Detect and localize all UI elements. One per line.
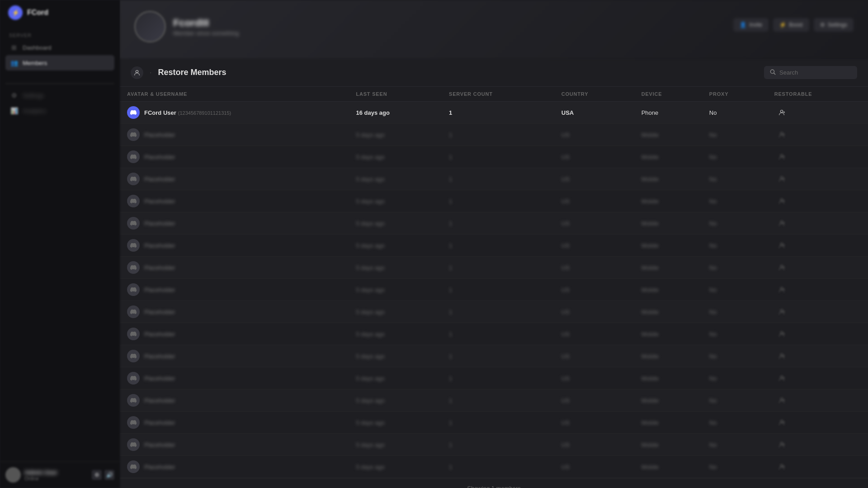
table-row: Placeholder5 days ago1USMobileNo xyxy=(120,389,868,412)
last-seen: 5 days ago xyxy=(349,212,442,235)
svg-point-51 xyxy=(780,465,783,467)
last-seen: 5 days ago xyxy=(349,235,442,257)
server-action-invite[interactable]: 👤 Invite xyxy=(733,18,769,32)
search-input[interactable] xyxy=(779,69,852,76)
restore-button[interactable] xyxy=(774,328,789,339)
table-row: Placeholder5 days ago1USMobileNo xyxy=(120,279,868,301)
sidebar-item-members[interactable]: 👥 Members xyxy=(5,55,114,70)
restore-button[interactable] xyxy=(774,174,789,184)
user-cell-inner: Placeholder xyxy=(127,217,341,230)
last-seen: 5 days ago xyxy=(349,434,442,456)
proxy: No xyxy=(702,367,767,389)
svg-point-6 xyxy=(780,132,783,135)
server-count: 1 xyxy=(442,235,554,257)
restore-button[interactable] xyxy=(774,262,789,273)
svg-line-2 xyxy=(774,73,775,75)
proxy: No xyxy=(702,434,767,456)
svg-point-12 xyxy=(780,177,783,179)
sidebar-item-label: Members xyxy=(23,60,47,66)
restore-button[interactable] xyxy=(774,218,789,229)
proxy: No xyxy=(702,190,767,212)
avatar xyxy=(127,283,140,296)
table-row: Placeholder5 days ago1USMobileNo xyxy=(120,345,868,367)
restore-button[interactable] xyxy=(774,461,789,472)
server-count: 1 xyxy=(442,389,554,412)
device: Mobile xyxy=(634,389,702,412)
sidebar-item-dashboard[interactable]: ⊞ Dashboard xyxy=(5,40,114,55)
device: Mobile xyxy=(634,301,702,323)
country: US xyxy=(554,367,634,389)
avatar xyxy=(127,328,140,340)
sidebar-item-label: Settings xyxy=(23,92,44,99)
sidebar-item-extra2[interactable]: 📊 Analytics xyxy=(5,103,114,118)
last-seen: 5 days ago xyxy=(349,456,442,478)
bottom-icon-1[interactable]: ⚙ xyxy=(92,470,102,480)
members-table: AVATAR & USERNAME LAST SEEN SERVER COUNT… xyxy=(120,87,868,478)
svg-point-24 xyxy=(780,265,783,267)
user-cell-inner: FCord User(123456789101121315) xyxy=(127,106,341,119)
sidebar-item-extra1[interactable]: ⚙ Settings xyxy=(5,88,114,103)
table-footer: Showing 1 members xyxy=(120,478,868,488)
restore-button[interactable] xyxy=(774,107,789,118)
svg-point-15 xyxy=(780,199,783,201)
device: Mobile xyxy=(634,323,702,345)
country: US xyxy=(554,235,634,257)
col-restorable: RESTORABLE xyxy=(767,87,868,102)
user-cell-inner: Placeholder xyxy=(127,195,341,207)
restore-button[interactable] xyxy=(774,284,789,295)
restore-button[interactable] xyxy=(774,306,789,317)
restore-button[interactable] xyxy=(774,240,789,251)
server-header-content: FcordIII Member since something 👤 Invite… xyxy=(120,0,868,53)
user-cell-inner: Placeholder xyxy=(127,261,341,274)
server-count: 1 xyxy=(442,168,554,190)
server-action-boost[interactable]: ⚡ Boost xyxy=(773,18,809,32)
search-container[interactable] xyxy=(764,66,857,79)
country: US xyxy=(554,323,634,345)
server-count: 1 xyxy=(442,367,554,389)
server-count: 1 xyxy=(442,323,554,345)
sidebar-item-label: Dashboard xyxy=(23,44,52,51)
item-icon: ⚙ xyxy=(10,91,18,99)
user-cell: Placeholder xyxy=(120,212,349,235)
bottom-icon-2[interactable]: 🔊 xyxy=(104,470,114,480)
username: Placeholder xyxy=(144,220,175,227)
svg-point-18 xyxy=(780,221,783,223)
members-icon: 👥 xyxy=(10,59,18,67)
svg-point-3 xyxy=(780,110,783,113)
country: US xyxy=(554,434,634,456)
server-action-settings[interactable]: ⚙ Settings xyxy=(814,18,854,32)
last-seen: 5 days ago xyxy=(349,146,442,168)
username: Placeholder xyxy=(144,441,175,448)
restore-button[interactable] xyxy=(774,196,789,206)
username: Placeholder xyxy=(144,397,175,404)
restore-button[interactable] xyxy=(774,373,789,384)
last-seen: 5 days ago xyxy=(349,323,442,345)
last-seen: 5 days ago xyxy=(349,257,442,279)
restore-button[interactable] xyxy=(774,417,789,428)
restore-button[interactable] xyxy=(774,151,789,162)
table-row: Placeholder5 days ago1USMobileNo xyxy=(120,257,868,279)
country: US xyxy=(554,212,634,235)
last-seen: 16 days ago xyxy=(349,102,442,124)
proxy: No xyxy=(702,102,767,124)
table-row: Placeholder5 days ago1USMobileNo xyxy=(120,434,868,456)
server-count: 1 xyxy=(442,345,554,367)
restore-button[interactable] xyxy=(774,129,789,140)
username: Placeholder xyxy=(144,419,175,426)
restorable-cell xyxy=(767,323,868,345)
svg-point-30 xyxy=(780,310,783,312)
restore-button[interactable] xyxy=(774,439,789,450)
restore-button[interactable] xyxy=(774,351,789,361)
proxy: No xyxy=(702,323,767,345)
restorable-cell xyxy=(767,102,868,124)
user-cell: Placeholder xyxy=(120,389,349,412)
item-icon2: 📊 xyxy=(10,107,18,115)
server-avatar xyxy=(134,11,166,42)
col-country: COUNTRY xyxy=(554,87,634,102)
device: Mobile xyxy=(634,345,702,367)
restorable-cell xyxy=(767,367,868,389)
country: US xyxy=(554,389,634,412)
logo-icon: ⚡ xyxy=(8,5,23,20)
restore-button[interactable] xyxy=(774,395,789,406)
last-seen: 5 days ago xyxy=(349,345,442,367)
